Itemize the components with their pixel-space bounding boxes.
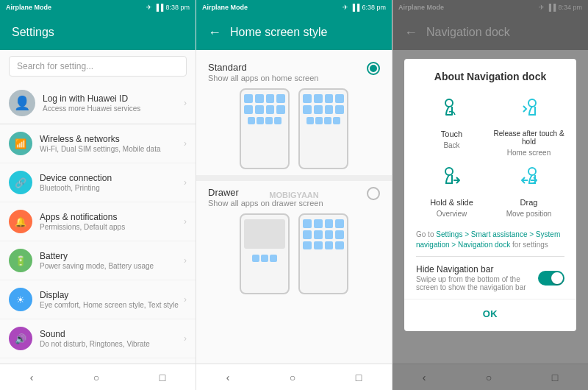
link-suffix: for settings	[510, 241, 548, 249]
hide-navbar-toggle[interactable]	[538, 271, 564, 286]
dialog-title: About Navigation dock	[404, 59, 576, 88]
search-bar[interactable]: Search for setting...	[9, 56, 187, 77]
wireless-text: Wireless & networks Wi-Fi, Dual SIM sett…	[40, 134, 184, 153]
settings-item-display[interactable]: ☀ Display Eye comfort, Home screen style…	[0, 280, 196, 319]
touch-label: Touch	[441, 130, 462, 138]
phone-preview-2	[298, 88, 348, 169]
app-icon	[314, 94, 323, 103]
toggle-subtitle: Swipe up from the bottom of the screen t…	[416, 275, 532, 291]
app-icon	[325, 94, 334, 103]
toggle-knob	[551, 272, 563, 284]
home-screen-content: Standard Show all apps on home screen	[196, 50, 392, 364]
apps-text: Apps & notifications Permissions, Defaul…	[40, 212, 184, 231]
back-arrow-2[interactable]: ←	[208, 25, 221, 40]
airplane-mode-1: Airplane Mode	[6, 4, 51, 11]
user-item[interactable]: 👤 Log in with Huawei ID Access more Huaw…	[0, 82, 196, 124]
apps-icon: 🔔	[9, 210, 32, 233]
drag-sublabel: Move position	[506, 210, 552, 218]
hide-navbar-row: Hide Navigation bar Swipe up from the bo…	[404, 257, 576, 299]
drawer-label: Drawer	[208, 187, 323, 198]
drawer-text: Drawer Show all apps on drawer screen	[208, 187, 323, 208]
dialog-icons-grid: Touch Back Release after touch & hold Ho…	[404, 88, 576, 224]
device-icon: 🔗	[9, 171, 32, 194]
app-icon	[325, 105, 334, 114]
app-icon	[335, 94, 344, 103]
app-icon	[276, 94, 285, 103]
app-icon	[276, 105, 285, 114]
device-title: Device connection	[40, 173, 184, 183]
home-button-1[interactable]: ○	[82, 369, 111, 386]
settings-item-device[interactable]: 🔗 Device connection Bluetooth, Printing …	[0, 163, 196, 202]
phone-grid-1	[244, 94, 285, 114]
standard-text: Standard Show all apps on home screen	[208, 62, 318, 82]
phone-preview-3	[240, 213, 290, 294]
airplane-mode-2: Airplane Mode	[202, 4, 248, 11]
device-text: Device connection Bluetooth, Printing	[40, 173, 184, 192]
signal-icon-1: ▐▐	[154, 4, 164, 11]
time-2: 6:38 pm	[362, 4, 386, 11]
drag-gesture-icon	[513, 163, 545, 195]
app-icon	[266, 105, 275, 114]
touch-gesture-icon	[436, 94, 468, 127]
dialog-overlay: About Navigation dock Touch Back	[392, 0, 588, 390]
phone-preview-4	[298, 213, 348, 294]
wireless-icon: 📶	[9, 132, 32, 155]
touch-icon-item: Touch Back	[416, 94, 487, 157]
release-sublabel: Home screen	[507, 149, 551, 157]
settings-item-wireless[interactable]: 📶 Wireless & networks Wi-Fi, Dual SIM se…	[0, 124, 196, 163]
svg-point-2	[445, 168, 453, 175]
phone-dock-3	[252, 255, 277, 262]
release-icon-item: Release after touch & hold Home screen	[493, 94, 564, 157]
phone-dock-2	[306, 117, 340, 124]
settings-item-apps[interactable]: 🔔 Apps & notifications Permissions, Defa…	[0, 202, 196, 241]
user-title: Log in with Huawei ID	[43, 93, 184, 104]
about-navigation-dialog: About Navigation dock Touch Back	[404, 59, 576, 331]
settings-item-sound[interactable]: 🔊 Sound Do not disturb, Ringtones, Vibra…	[0, 319, 196, 358]
status-bar-1: Airplane Mode ✈ ▐▐ 8:38 pm	[0, 0, 196, 15]
settings-panel: Airplane Mode ✈ ▐▐ 8:38 pm Settings Sear…	[0, 0, 196, 390]
hold-label: Hold & slide	[430, 198, 473, 207]
app-icon	[303, 105, 312, 114]
dock-icon	[248, 117, 255, 124]
standard-radio[interactable]	[367, 62, 380, 75]
battery-text: Battery Power saving mode, Battery usage	[40, 251, 184, 270]
nav-bar-2: ‹ ○ □	[196, 364, 392, 390]
standard-label: Standard	[208, 62, 318, 73]
settings-item-battery[interactable]: 🔋 Battery Power saving mode, Battery usa…	[0, 241, 196, 280]
settings-item-storage[interactable]: 💾 Storage Memory, Storage cleaner ›	[0, 358, 196, 364]
drawer-bg	[244, 219, 285, 249]
home-button-2[interactable]: ○	[278, 369, 307, 386]
drawer-preview-row	[196, 208, 392, 300]
status-icons-1: ✈ ▐▐ 8:38 pm	[146, 4, 190, 11]
phone-dock	[248, 117, 282, 124]
airplane-icon-2: ✈	[343, 4, 348, 11]
page-title-2: Home screen style	[230, 26, 328, 39]
navigation-dock-panel: Airplane Mode ✈ ▐▐ 8:34 pm ← Navigation …	[392, 0, 588, 390]
ok-button[interactable]: OK	[410, 302, 570, 325]
app-icon	[244, 105, 253, 114]
display-icon: ☀	[9, 288, 32, 311]
back-button-2[interactable]: ‹	[215, 369, 242, 386]
drawer-header: Drawer Show all apps on drawer screen	[196, 181, 392, 208]
nav-bar-1: ‹ ○ □	[0, 364, 196, 390]
dock-icon	[274, 117, 282, 124]
signal-icon-2: ▐▐	[351, 4, 360, 11]
dock-icon	[306, 117, 314, 124]
recents-button-1[interactable]: □	[148, 369, 177, 386]
time-1: 8:38 pm	[165, 4, 190, 11]
home-screen-panel: Airplane Mode ✈ ▐▐ 6:38 pm ← Home screen…	[196, 0, 392, 390]
recents-button-2[interactable]: □	[344, 369, 373, 386]
dialog-actions: OK	[404, 299, 576, 331]
sound-text: Sound Do not disturb, Ringtones, Vibrate	[40, 329, 184, 348]
toggle-title: Hide Navigation bar	[416, 264, 532, 274]
touch-sublabel: Back	[443, 141, 459, 149]
drag-label: Drag	[520, 198, 538, 207]
back-button-1[interactable]: ‹	[18, 369, 46, 386]
phone-grid-2	[303, 94, 344, 114]
top-bar-2: ← Home screen style	[196, 15, 392, 50]
status-bar-2: Airplane Mode ✈ ▐▐ 6:38 pm	[196, 0, 392, 15]
svg-point-3	[528, 168, 536, 175]
svg-point-0	[445, 99, 453, 107]
dock-icon	[324, 117, 331, 124]
drawer-radio[interactable]	[367, 187, 380, 200]
